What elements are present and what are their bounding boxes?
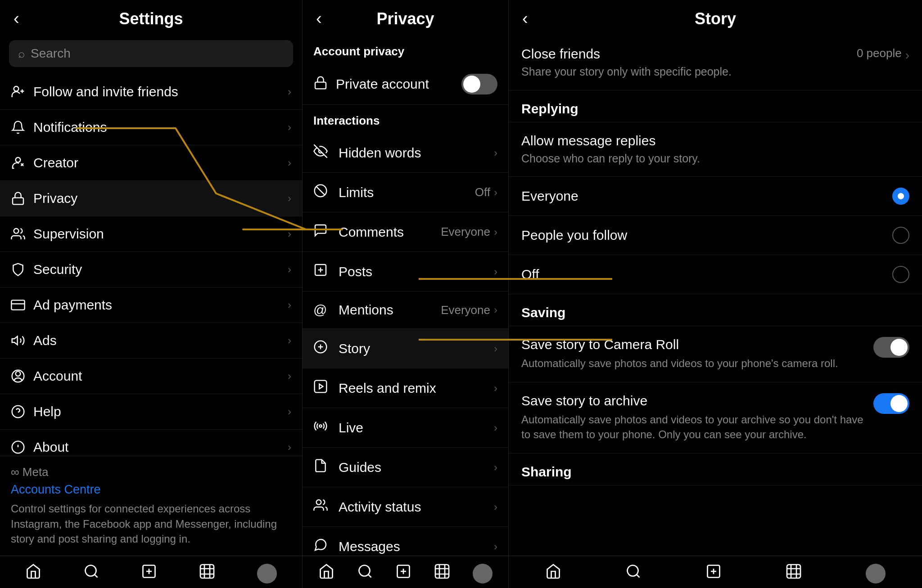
nav-profile-icon[interactable]: [257, 564, 277, 584]
settings-item-notifications[interactable]: Notifications ›: [0, 110, 302, 145]
settings-item-privacy[interactable]: Privacy ›: [0, 181, 302, 216]
ads-chevron: ›: [288, 334, 291, 347]
settings-item-ads[interactable]: Ads ›: [0, 323, 302, 359]
guides-icon: [313, 458, 339, 476]
settings-item-ad-payments[interactable]: Ad payments ›: [0, 287, 302, 323]
activity-icon: [313, 498, 339, 516]
meta-logo: ∞ Meta: [11, 465, 291, 479]
reels-label: Reels and remix: [339, 381, 494, 396]
settings-item-account[interactable]: Account ›: [0, 359, 302, 394]
mid-nav-search-icon[interactable]: [357, 563, 373, 584]
supervision-label: Supervision: [33, 226, 288, 242]
story-icon: [313, 340, 339, 357]
settings-item-help[interactable]: Help ›: [0, 394, 302, 430]
mentions-icon: @: [313, 302, 339, 318]
mid-nav-reels-icon[interactable]: [434, 563, 450, 584]
radio-people-label: People you follow: [521, 228, 892, 243]
ads-label: Ads: [33, 333, 288, 348]
nav-reels-icon[interactable]: [199, 563, 215, 584]
comments-value: Everyone: [441, 225, 490, 239]
reels-item[interactable]: Reels and remix ›: [303, 368, 508, 408]
settings-list: Follow and invite friends › Notification…: [0, 74, 302, 456]
radio-people-you-follow[interactable]: People you follow: [509, 216, 922, 255]
nav-create-icon[interactable]: [141, 563, 157, 584]
limits-item[interactable]: Limits Off ›: [303, 173, 508, 212]
messages-item[interactable]: Messages ›: [303, 527, 508, 556]
save-camera-toggle[interactable]: [873, 337, 909, 358]
comments-chevron: ›: [494, 226, 497, 238]
story-item[interactable]: Story ›: [303, 329, 508, 368]
right-nav-create-icon[interactable]: [705, 563, 722, 584]
radio-everyone-label: Everyone: [521, 189, 892, 204]
radio-off[interactable]: Off: [509, 255, 922, 294]
creator-label: Creator: [33, 155, 288, 171]
nav-home-icon[interactable]: [25, 563, 41, 584]
allow-replies-item[interactable]: Allow message replies Choose who can rep…: [509, 122, 922, 177]
activity-item[interactable]: Activity status ›: [303, 487, 508, 527]
follow-icon: [11, 85, 33, 99]
posts-item[interactable]: Posts ›: [303, 252, 508, 292]
account-privacy-section-label: Account privacy: [303, 36, 508, 64]
back-button[interactable]: ‹: [14, 9, 19, 28]
settings-panel: ‹ Settings ⌕ Search Follow and invite fr…: [0, 0, 303, 588]
right-nav-reels-icon[interactable]: [786, 563, 802, 584]
close-friends-value: 0 people: [857, 46, 902, 60]
private-account-row[interactable]: Private account: [303, 64, 508, 105]
mid-nav-profile-icon[interactable]: [473, 564, 493, 584]
account-label: Account: [33, 368, 288, 384]
mid-nav-create-icon[interactable]: [395, 563, 411, 584]
limits-chevron: ›: [494, 186, 497, 199]
right-nav-home-icon[interactable]: [545, 563, 561, 584]
settings-item-creator[interactable]: Creator ›: [0, 145, 302, 181]
posts-label: Posts: [339, 264, 494, 279]
svg-rect-52: [787, 565, 800, 578]
radio-everyone[interactable]: Everyone: [509, 177, 922, 216]
save-camera-row[interactable]: Save story to Camera Roll Automatically …: [509, 326, 922, 382]
privacy-label: Privacy: [33, 191, 288, 206]
live-item[interactable]: Live ›: [303, 408, 508, 448]
close-friends-item[interactable]: Close friends Share your story only with…: [509, 36, 922, 90]
private-account-toggle[interactable]: [461, 74, 497, 94]
hidden-words-chevron: ›: [494, 147, 497, 159]
right-nav-profile-icon[interactable]: [866, 564, 886, 584]
svg-rect-10: [11, 300, 24, 310]
creator-icon: [11, 156, 33, 170]
mid-nav-home-icon[interactable]: [318, 563, 334, 584]
nav-search-icon[interactable]: [83, 563, 99, 584]
story-panel: ‹ Story Close friends Share your story o…: [509, 0, 922, 588]
security-chevron: ›: [288, 263, 291, 276]
radio-off-circle[interactable]: [892, 266, 909, 283]
mentions-item[interactable]: @ Mentions Everyone ›: [303, 292, 508, 329]
radio-everyone-circle[interactable]: [892, 188, 909, 205]
comments-item[interactable]: Comments Everyone ›: [303, 212, 508, 252]
save-camera-text: Save story to Camera Roll Automatically …: [521, 337, 866, 371]
help-chevron: ›: [288, 405, 291, 418]
save-archive-toggle[interactable]: [873, 393, 909, 414]
middle-bottom-nav: [303, 556, 508, 588]
comments-label: Comments: [339, 224, 441, 240]
mentions-chevron: ›: [494, 304, 497, 316]
ad-payments-chevron: ›: [288, 299, 291, 311]
search-bar[interactable]: ⌕ Search: [9, 40, 293, 67]
settings-item-security[interactable]: Security ›: [0, 252, 302, 287]
settings-item-about[interactable]: About ›: [0, 430, 302, 456]
posts-icon: [313, 263, 339, 280]
settings-item-follow[interactable]: Follow and invite friends ›: [0, 74, 302, 110]
radio-people-circle[interactable]: [892, 227, 909, 244]
right-nav-search-icon[interactable]: [625, 563, 642, 584]
svg-rect-36: [315, 381, 327, 393]
allow-replies-title: Allow message replies: [521, 133, 909, 148]
save-archive-row[interactable]: Save story to archive Automatically save…: [509, 382, 922, 453]
hidden-words-item[interactable]: Hidden words ›: [303, 133, 508, 173]
account-icon: [11, 369, 33, 383]
story-back-button[interactable]: ‹: [522, 9, 528, 28]
svg-rect-25: [200, 565, 214, 578]
activity-chevron: ›: [494, 501, 497, 513]
saving-section-label: Saving: [509, 294, 922, 326]
guides-label: Guides: [339, 460, 494, 475]
close-friends-subtitle: Share your story only with specific peop…: [521, 64, 857, 79]
privacy-back-button[interactable]: ‹: [316, 9, 322, 28]
settings-item-supervision[interactable]: Supervision ›: [0, 216, 302, 252]
accounts-centre-link[interactable]: Accounts Centre: [11, 483, 291, 497]
guides-item[interactable]: Guides ›: [303, 448, 508, 487]
